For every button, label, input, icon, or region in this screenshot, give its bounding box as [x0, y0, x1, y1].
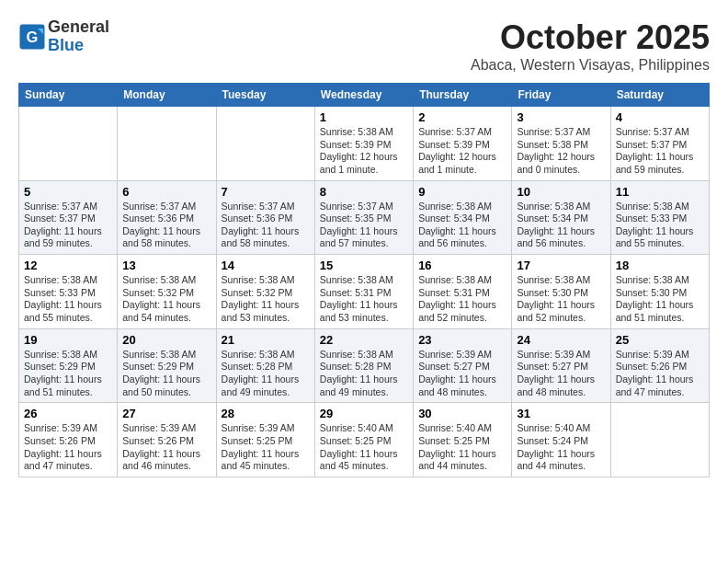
day-number: 29	[320, 407, 408, 420]
calendar-day-cell: 21Sunrise: 5:38 AM Sunset: 5:28 PM Dayli…	[216, 328, 314, 403]
calendar-day-cell: 11Sunrise: 5:38 AM Sunset: 5:33 PM Dayli…	[610, 180, 709, 255]
day-info: Sunrise: 5:40 AM Sunset: 5:24 PM Dayligh…	[517, 422, 605, 473]
calendar-day-cell: 8Sunrise: 5:37 AM Sunset: 5:35 PM Daylig…	[314, 180, 413, 255]
calendar-day-cell: 24Sunrise: 5:39 AM Sunset: 5:27 PM Dayli…	[512, 328, 610, 403]
day-number: 1	[320, 110, 408, 124]
day-number: 19	[24, 333, 112, 347]
day-number: 28	[222, 407, 310, 420]
calendar-week-row: 19Sunrise: 5:38 AM Sunset: 5:29 PM Dayli…	[19, 328, 710, 403]
day-number: 4	[616, 110, 704, 124]
calendar-day-cell: 28Sunrise: 5:39 AM Sunset: 5:25 PM Dayli…	[216, 403, 314, 477]
day-number: 23	[418, 333, 506, 347]
day-number: 26	[24, 407, 112, 420]
day-number: 3	[517, 110, 605, 124]
calendar-day-cell: 13Sunrise: 5:38 AM Sunset: 5:32 PM Dayli…	[118, 255, 216, 329]
day-info: Sunrise: 5:38 AM Sunset: 5:29 PM Dayligh…	[24, 349, 112, 399]
day-number: 8	[320, 185, 408, 199]
day-info: Sunrise: 5:38 AM Sunset: 5:29 PM Dayligh…	[122, 349, 210, 399]
calendar-day-cell: 26Sunrise: 5:39 AM Sunset: 5:26 PM Dayli…	[19, 403, 118, 477]
day-info: Sunrise: 5:39 AM Sunset: 5:26 PM Dayligh…	[616, 349, 704, 399]
weekday-header: Friday	[512, 84, 610, 107]
day-number: 16	[418, 259, 506, 272]
day-number: 20	[122, 333, 210, 347]
calendar-week-row: 5Sunrise: 5:37 AM Sunset: 5:37 PM Daylig…	[19, 180, 710, 255]
day-info: Sunrise: 5:38 AM Sunset: 5:28 PM Dayligh…	[222, 349, 310, 399]
logo-icon: G	[18, 23, 46, 51]
day-number: 14	[222, 259, 310, 272]
day-info: Sunrise: 5:39 AM Sunset: 5:25 PM Dayligh…	[222, 422, 310, 473]
calendar-day-cell	[118, 107, 216, 181]
day-info: Sunrise: 5:38 AM Sunset: 5:32 PM Dayligh…	[122, 274, 210, 325]
calendar-day-cell	[216, 107, 314, 181]
day-number: 2	[418, 110, 506, 124]
day-info: Sunrise: 5:37 AM Sunset: 5:38 PM Dayligh…	[517, 126, 605, 177]
calendar-day-cell	[610, 403, 709, 477]
weekday-header: Thursday	[414, 84, 512, 107]
calendar-day-cell	[19, 107, 118, 181]
day-number: 17	[517, 259, 605, 272]
day-info: Sunrise: 5:37 AM Sunset: 5:36 PM Dayligh…	[222, 201, 310, 251]
calendar-header-row: SundayMondayTuesdayWednesdayThursdayFrid…	[19, 84, 710, 107]
day-number: 30	[418, 407, 506, 420]
day-info: Sunrise: 5:37 AM Sunset: 5:39 PM Dayligh…	[418, 126, 506, 177]
day-number: 12	[24, 259, 112, 272]
page-header: G General Blue October 2025 Abaca, Weste…	[18, 18, 710, 74]
day-number: 18	[616, 259, 704, 272]
weekday-header: Sunday	[19, 84, 118, 107]
calendar-day-cell: 10Sunrise: 5:38 AM Sunset: 5:34 PM Dayli…	[512, 180, 610, 255]
calendar-day-cell: 30Sunrise: 5:40 AM Sunset: 5:25 PM Dayli…	[414, 403, 512, 477]
calendar-day-cell: 2Sunrise: 5:37 AM Sunset: 5:39 PM Daylig…	[414, 107, 512, 181]
day-info: Sunrise: 5:39 AM Sunset: 5:26 PM Dayligh…	[24, 422, 112, 473]
logo-general-text: General	[48, 17, 109, 36]
calendar-day-cell: 31Sunrise: 5:40 AM Sunset: 5:24 PM Dayli…	[512, 403, 610, 477]
day-info: Sunrise: 5:38 AM Sunset: 5:31 PM Dayligh…	[320, 274, 408, 325]
day-number: 6	[122, 185, 210, 199]
calendar-day-cell: 15Sunrise: 5:38 AM Sunset: 5:31 PM Dayli…	[314, 255, 413, 329]
logo-blue-text: Blue	[48, 36, 84, 54]
day-info: Sunrise: 5:37 AM Sunset: 5:37 PM Dayligh…	[616, 126, 704, 177]
weekday-header: Wednesday	[314, 84, 413, 107]
day-info: Sunrise: 5:38 AM Sunset: 5:34 PM Dayligh…	[418, 201, 506, 251]
day-info: Sunrise: 5:37 AM Sunset: 5:36 PM Dayligh…	[122, 201, 210, 251]
calendar-day-cell: 29Sunrise: 5:40 AM Sunset: 5:25 PM Dayli…	[314, 403, 413, 477]
svg-text:G: G	[27, 29, 39, 45]
day-info: Sunrise: 5:40 AM Sunset: 5:25 PM Dayligh…	[418, 422, 506, 473]
day-info: Sunrise: 5:38 AM Sunset: 5:39 PM Dayligh…	[320, 126, 408, 177]
day-number: 31	[517, 407, 605, 420]
calendar-day-cell: 6Sunrise: 5:37 AM Sunset: 5:36 PM Daylig…	[118, 180, 216, 255]
calendar-day-cell: 18Sunrise: 5:38 AM Sunset: 5:30 PM Dayli…	[610, 255, 709, 329]
day-number: 7	[222, 185, 310, 199]
day-info: Sunrise: 5:38 AM Sunset: 5:33 PM Dayligh…	[24, 274, 112, 325]
day-number: 10	[517, 185, 605, 199]
calendar-week-row: 12Sunrise: 5:38 AM Sunset: 5:33 PM Dayli…	[19, 255, 710, 329]
day-info: Sunrise: 5:38 AM Sunset: 5:31 PM Dayligh…	[418, 274, 506, 325]
calendar-day-cell: 12Sunrise: 5:38 AM Sunset: 5:33 PM Dayli…	[19, 255, 118, 329]
day-info: Sunrise: 5:37 AM Sunset: 5:37 PM Dayligh…	[24, 201, 112, 251]
day-info: Sunrise: 5:37 AM Sunset: 5:35 PM Dayligh…	[320, 201, 408, 251]
calendar-day-cell: 25Sunrise: 5:39 AM Sunset: 5:26 PM Dayli…	[610, 328, 709, 403]
logo: G General Blue	[18, 18, 109, 55]
day-info: Sunrise: 5:40 AM Sunset: 5:25 PM Dayligh…	[320, 422, 408, 473]
day-number: 25	[616, 333, 704, 347]
calendar-week-row: 1Sunrise: 5:38 AM Sunset: 5:39 PM Daylig…	[19, 107, 710, 181]
day-info: Sunrise: 5:38 AM Sunset: 5:32 PM Dayligh…	[222, 274, 310, 325]
day-number: 22	[320, 333, 408, 347]
day-number: 5	[24, 185, 112, 199]
weekday-header: Monday	[118, 84, 216, 107]
calendar-day-cell: 16Sunrise: 5:38 AM Sunset: 5:31 PM Dayli…	[414, 255, 512, 329]
weekday-header: Saturday	[610, 84, 709, 107]
calendar-day-cell: 19Sunrise: 5:38 AM Sunset: 5:29 PM Dayli…	[19, 328, 118, 403]
calendar-day-cell: 23Sunrise: 5:39 AM Sunset: 5:27 PM Dayli…	[414, 328, 512, 403]
calendar-table: SundayMondayTuesdayWednesdayThursdayFrid…	[18, 83, 710, 477]
weekday-header: Tuesday	[216, 84, 314, 107]
day-info: Sunrise: 5:39 AM Sunset: 5:26 PM Dayligh…	[122, 422, 210, 473]
day-number: 27	[122, 407, 210, 420]
day-info: Sunrise: 5:38 AM Sunset: 5:30 PM Dayligh…	[517, 274, 605, 325]
location-subtitle: Abaca, Western Visayas, Philippines	[471, 57, 710, 74]
day-number: 21	[222, 333, 310, 347]
month-title: October 2025	[471, 18, 710, 57]
calendar-day-cell: 7Sunrise: 5:37 AM Sunset: 5:36 PM Daylig…	[216, 180, 314, 255]
calendar-day-cell: 17Sunrise: 5:38 AM Sunset: 5:30 PM Dayli…	[512, 255, 610, 329]
day-number: 13	[122, 259, 210, 272]
day-info: Sunrise: 5:38 AM Sunset: 5:28 PM Dayligh…	[320, 349, 408, 399]
